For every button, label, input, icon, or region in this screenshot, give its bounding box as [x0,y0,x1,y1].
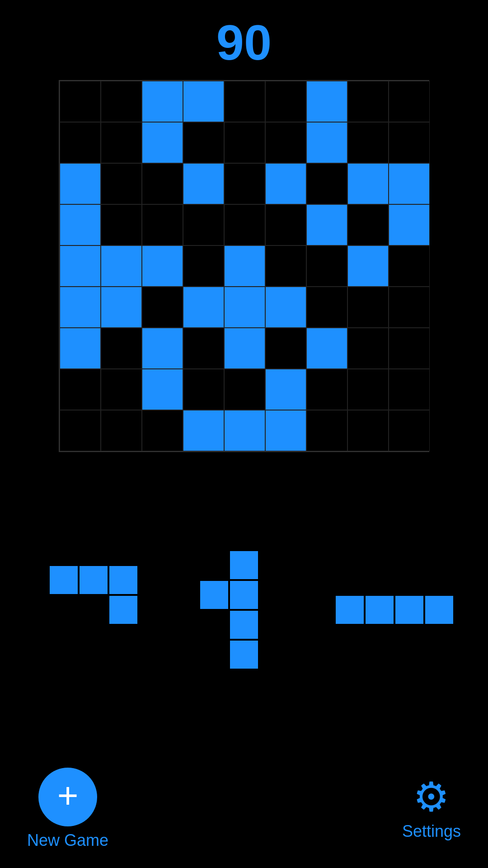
grid-cell-3-2[interactable] [142,204,183,245]
grid-cell-8-2[interactable] [142,410,183,451]
grid-cell-7-4[interactable] [224,369,265,410]
grid-cell-6-5[interactable] [265,328,306,369]
grid-cell-0-4[interactable] [224,81,265,122]
grid-cell-7-5[interactable] [265,369,306,410]
grid-cell-0-1[interactable] [101,81,142,122]
grid-cell-1-3[interactable] [183,122,224,163]
grid-cell-5-7[interactable] [347,287,389,328]
grid-cell-8-7[interactable] [347,410,389,451]
grid-cell-3-6[interactable] [306,204,347,245]
grid-cell-3-7[interactable] [347,204,389,245]
grid-cell-4-7[interactable] [347,245,389,287]
grid-cell-3-4[interactable] [224,204,265,245]
grid-cell-7-1[interactable] [101,369,142,410]
game-grid[interactable] [59,80,429,452]
settings-item[interactable]: ⚙ Settings [402,777,461,841]
grid-cell-2-3[interactable] [183,163,224,204]
grid-cell-5-4[interactable] [224,287,265,328]
grid-cell-4-0[interactable] [60,245,101,287]
grid-cell-8-3[interactable] [183,410,224,451]
piece-cell [260,581,288,609]
grid-cell-4-3[interactable] [183,245,224,287]
grid-cell-8-1[interactable] [101,410,142,451]
grid-cell-6-8[interactable] [389,328,430,369]
grid-cell-6-2[interactable] [142,328,183,369]
grid-cell-5-6[interactable] [306,287,347,328]
grid-cell-0-5[interactable] [265,81,306,122]
grid-cell-7-2[interactable] [142,369,183,410]
grid-cell-1-2[interactable] [142,122,183,163]
grid-cell-5-8[interactable] [389,287,430,328]
grid-cell-6-7[interactable] [347,328,389,369]
grid-cell-5-0[interactable] [60,287,101,328]
grid-cell-3-8[interactable] [389,204,430,245]
grid-cell-5-2[interactable] [142,287,183,328]
grid-cell-8-0[interactable] [60,410,101,451]
grid-cell-3-5[interactable] [265,204,306,245]
grid-cell-2-1[interactable] [101,163,142,204]
grid-cell-4-6[interactable] [306,245,347,287]
grid-cell-8-4[interactable] [224,410,265,451]
piece-cell [230,581,258,609]
grid-cell-1-4[interactable] [224,122,265,163]
grid-cell-3-3[interactable] [183,204,224,245]
grid-cell-4-8[interactable] [389,245,430,287]
grid-cell-0-3[interactable] [183,81,224,122]
bottom-bar: + New Game ⚙ Settings [0,768,488,868]
piece-cell [80,626,108,654]
grid-cell-4-2[interactable] [142,245,183,287]
piece-grid-1 [200,551,288,669]
new-game-button[interactable]: + [38,768,97,826]
piece-3[interactable] [331,560,458,660]
grid-cell-2-6[interactable] [306,163,347,204]
grid-cell-5-1[interactable] [101,287,142,328]
piece-cell [50,566,78,594]
grid-cell-3-1[interactable] [101,204,142,245]
grid-cell-6-0[interactable] [60,328,101,369]
grid-cell-8-5[interactable] [265,410,306,451]
grid-cell-2-5[interactable] [265,163,306,204]
grid-cell-6-1[interactable] [101,328,142,369]
grid-cell-4-5[interactable] [265,245,306,287]
grid-cell-1-1[interactable] [101,122,142,163]
grid-cell-7-0[interactable] [60,369,101,410]
grid-cell-0-8[interactable] [389,81,430,122]
gear-icon[interactable]: ⚙ [413,777,450,817]
piece-1[interactable] [30,560,157,660]
grid-cell-0-0[interactable] [60,81,101,122]
grid-cell-5-3[interactable] [183,287,224,328]
piece-cell [260,551,288,579]
grid-cell-2-8[interactable] [389,163,430,204]
grid-cell-0-6[interactable] [306,81,347,122]
grid-cell-7-6[interactable] [306,369,347,410]
grid-cell-2-0[interactable] [60,163,101,204]
grid-cell-6-3[interactable] [183,328,224,369]
grid-cell-5-5[interactable] [265,287,306,328]
grid-cell-7-7[interactable] [347,369,389,410]
grid-cell-1-7[interactable] [347,122,389,163]
grid-cell-1-0[interactable] [60,122,101,163]
piece-cell [366,596,394,624]
grid-cell-4-4[interactable] [224,245,265,287]
grid-cell-7-3[interactable] [183,369,224,410]
grid-cell-2-2[interactable] [142,163,183,204]
piece-cell [80,566,108,594]
piece-2[interactable] [181,560,307,660]
grid-cell-1-8[interactable] [389,122,430,163]
new-game-item[interactable]: + New Game [27,768,108,850]
grid-cell-1-6[interactable] [306,122,347,163]
grid-cell-2-7[interactable] [347,163,389,204]
grid-cell-3-0[interactable] [60,204,101,245]
grid-cell-7-8[interactable] [389,369,430,410]
grid-cell-8-6[interactable] [306,410,347,451]
piece-grid-2 [336,596,453,624]
new-game-label: New Game [27,831,108,850]
grid-cell-8-8[interactable] [389,410,430,451]
grid-cell-0-2[interactable] [142,81,183,122]
grid-cell-6-4[interactable] [224,328,265,369]
grid-cell-6-6[interactable] [306,328,347,369]
grid-cell-0-7[interactable] [347,81,389,122]
grid-cell-4-1[interactable] [101,245,142,287]
grid-cell-1-5[interactable] [265,122,306,163]
grid-cell-2-4[interactable] [224,163,265,204]
